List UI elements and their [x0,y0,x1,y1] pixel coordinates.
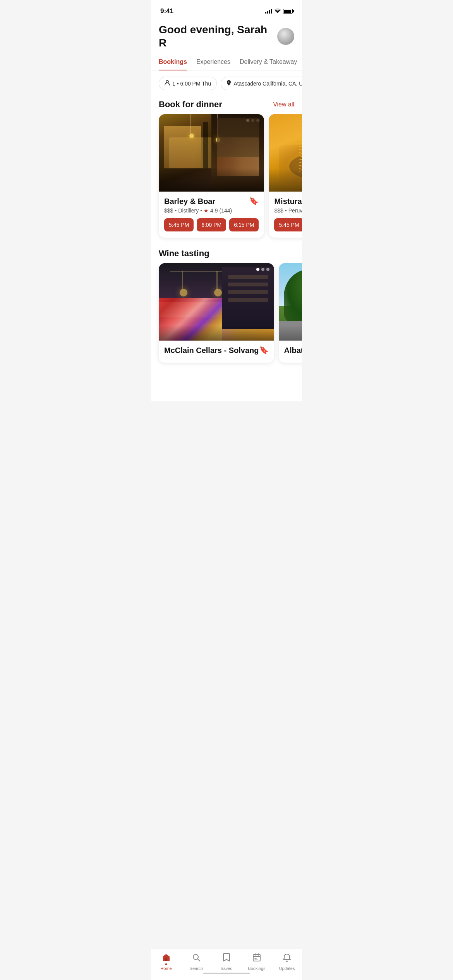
wine-cards-scroll: McClain Cellars - Solvang 🔖 [151,263,302,370]
mistura-image [269,114,302,192]
barley-boar-type: Distillery [178,207,199,214]
barley-boar-meta: $$$ • Distillery • ★ 4.9 (144) [164,207,259,214]
mistura-name: Mistura [274,197,302,206]
albatross-body: Albatross Rid... [279,341,302,363]
albatross-name: Albatross Rid... [284,346,302,355]
mcclain-image [159,263,274,341]
guests-filter-label: 1 • 6:00 PM Thu [172,81,211,87]
mistura-meta: $$$ • Peruvian • [274,207,302,214]
barley-boar-reviews: (144) [220,207,232,214]
status-time: 9:41 [160,7,173,15]
battery-icon [283,9,293,14]
dot-2 [251,119,254,122]
location-filter-label: Atascadero California, CA, United St... [233,81,302,87]
mcclain-dots [256,268,269,271]
dinner-cards-scroll: Barley & Boar 🔖 $$$ • Distillery • ★ 4.9… [151,114,302,245]
card-albatross[interactable]: Albatross Rid... [279,263,302,363]
signal-icon [265,9,272,14]
tab-experiences[interactable]: Experiences [196,58,230,70]
mistura-body: Mistura 🔖 $$$ • Peruvian • 5:45 PM 6:... [269,192,302,238]
dot-1 [256,268,259,271]
guests-filter[interactable]: 1 • 6:00 PM Thu [159,77,217,90]
mistura-times: 5:45 PM 6:... [274,218,302,231]
barley-boar-bookmark[interactable]: 🔖 [249,196,259,206]
card-mcclain[interactable]: McClain Cellars - Solvang 🔖 [159,263,274,363]
card-mistura[interactable]: Mistura 🔖 $$$ • Peruvian • 5:45 PM 6:... [269,114,302,238]
barley-boar-price: $$$ [164,207,173,214]
dinner-section-title: Book for dinner [159,99,222,110]
wine-section-title: Wine tasting [159,248,209,259]
filter-row: 1 • 6:00 PM Thu Atascadero California, C… [151,70,302,96]
mistura-price: $$$ [274,207,283,214]
wine-section-header: Wine tasting [151,245,302,263]
albatross-image [279,263,302,341]
header: Good evening, Sarah R [151,17,302,49]
person-icon [165,80,170,87]
mcclain-body: McClain Cellars - Solvang 🔖 [159,341,274,363]
tab-bookings[interactable]: Bookings [159,58,187,70]
time-slot-545[interactable]: 5:45 PM [164,218,194,231]
barley-boar-image [159,114,264,192]
tab-delivery[interactable]: Delivery & Takeaway [240,58,297,70]
barley-boar-body: Barley & Boar 🔖 $$$ • Distillery • ★ 4.9… [159,192,264,238]
mcclain-bookmark[interactable]: 🔖 [259,345,269,355]
dinner-view-all[interactable]: View all [273,101,294,108]
greeting-text: Good evening, Sarah R [159,23,277,49]
barley-boar-rating: 4.9 [210,207,218,214]
svg-point-0 [166,81,168,83]
star-icon: ★ [204,207,209,214]
location-filter[interactable]: Atascadero California, CA, United St... [221,77,302,90]
status-icons [265,8,293,14]
mistura-type: Peruvian [288,207,302,214]
wifi-icon [275,8,281,14]
dot-3 [266,268,269,271]
avatar[interactable] [277,28,294,45]
barley-boar-name: Barley & Boar [164,197,215,206]
dinner-section-header: Book for dinner View all [151,96,302,114]
barley-boar-dots [246,119,259,122]
status-bar: 9:41 [151,0,302,17]
mistura-time-545[interactable]: 5:45 PM [274,218,302,231]
card-barley-boar[interactable]: Barley & Boar 🔖 $$$ • Distillery • ★ 4.9… [159,114,264,238]
dot-1 [246,119,249,122]
dot-2 [261,268,264,271]
mcclain-name: McClain Cellars - Solvang [164,346,259,355]
barley-boar-times: 5:45 PM 6:00 PM 6:15 PM [164,218,259,231]
dot-3 [256,119,259,122]
time-slot-615[interactable]: 6:15 PM [229,218,259,231]
location-icon [226,80,231,87]
time-slot-600[interactable]: 6:00 PM [197,218,226,231]
category-tabs: Bookings Experiences Delivery & Takeaway [151,51,302,70]
